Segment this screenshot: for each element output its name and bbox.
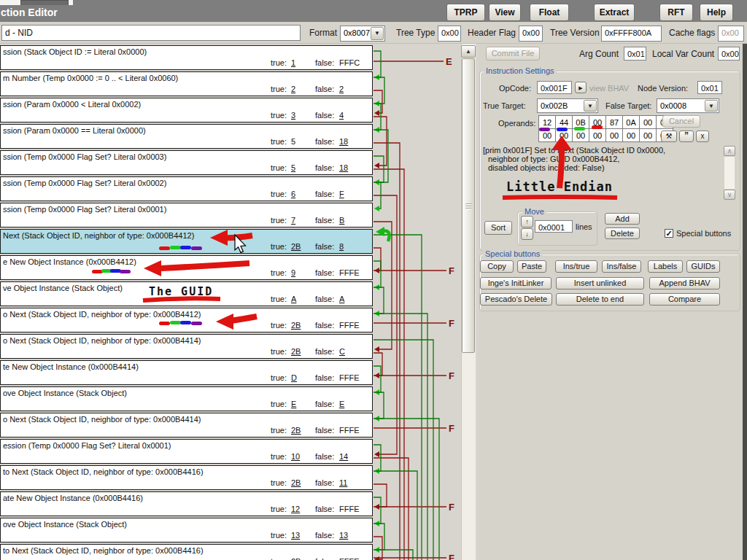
insert-unlinked-button[interactable]: Insert unlinked [556,277,644,289]
false-target-link[interactable]: 2 [339,85,344,93]
true-target-link[interactable]: 12 [291,505,300,513]
true-target-link[interactable]: 9 [291,268,295,277]
desc-scroll-down-icon[interactable]: ∨ [724,190,735,200]
true-target-link[interactable]: 7 [291,216,295,225]
false-target-link[interactable]: C [339,347,345,356]
true-target-link[interactable]: 2B [291,478,301,487]
operand-byte-cell[interactable]: 00 [589,128,606,142]
false-target-select[interactable]: 0x0008 ▼ [657,98,719,113]
false-target-link[interactable]: 18 [339,163,348,172]
true-target-link[interactable]: D [291,373,297,382]
desc-scrollbar-track[interactable] [724,156,735,190]
false-target-link[interactable]: 18 [339,137,348,146]
paste-button[interactable]: Paste [517,260,546,273]
instruction-row[interactable]: o Next (Stack Object ID, neighbor of typ… [0,334,373,359]
false-target-link[interactable]: F [339,190,344,198]
true-target-link[interactable]: 2 [291,85,295,93]
true-target-link[interactable]: 2B [291,347,301,356]
clear-operands-button[interactable]: x [696,131,709,142]
labels-button[interactable]: Labels [648,260,683,273]
arg-count-input[interactable]: 0x01 [624,47,646,61]
operand-byte-cell[interactable]: 0B [572,115,589,129]
operand-byte-cell[interactable]: 87 [605,115,623,129]
node-version-input[interactable]: 0x01 [697,81,722,94]
operand-byte-cell[interactable]: 00 [589,115,606,129]
false-target-link[interactable]: B [339,216,344,225]
true-target-link[interactable]: 2B [291,557,301,560]
move-up-icon[interactable]: ↑ [521,216,533,228]
chevron-down-icon[interactable]: ▼ [584,100,597,112]
true-target-link[interactable]: 13 [291,531,300,540]
desc-scroll-up-icon[interactable]: ∧ [724,146,735,156]
operand-byte-cell[interactable]: 00 [538,128,556,142]
true-target-link[interactable]: 6 [291,190,295,198]
true-target-link[interactable]: E [291,400,296,408]
chevron-down-icon[interactable]: ▼ [371,27,384,40]
instruction-row[interactable]: ssion (Temp 0x0000 Flag Set? Literal 0x0… [0,176,373,201]
format-select[interactable]: 0x8007 ▼ [340,26,385,42]
commit-file-button[interactable]: Commit File [486,47,540,61]
instruction-row[interactable]: ession (Temp 0x0000 Flag Set? Literal 0x… [0,439,373,464]
tree-version-input[interactable]: 0xFFFF800A [601,26,662,42]
ins-false-button[interactable]: Ins/false [602,260,641,273]
instruction-row[interactable]: ssion (Param 0x0000 < Literal 0x0002)tru… [0,98,373,122]
instruction-row[interactable]: o Next (Stack Object ID, neighbor of typ… [0,413,373,438]
guids-button[interactable]: GUIDs [686,260,720,273]
instruction-row[interactable]: e New Object Instance (0x000B4412)true: … [0,255,373,280]
special-buttons-checkbox[interactable]: ✓ [665,229,673,238]
tree-type-input[interactable]: 0x00 [438,26,461,42]
add-button[interactable]: Add [605,213,640,225]
operand-byte-cell[interactable]: 00 [555,128,573,142]
copy-button[interactable]: Copy [480,260,514,273]
quote-icon[interactable]: ” [679,131,694,142]
opcode-go-icon[interactable]: ▶ [575,82,587,93]
chevron-down-icon[interactable]: ▼ [705,100,718,112]
tprp-button[interactable]: TPRP [446,4,485,21]
instruction-row[interactable]: o Next (Stack Object ID, neighbor of typ… [0,308,373,332]
scrollbar-thumb[interactable] [462,58,475,353]
pescado-s-delete-button[interactable]: Pescado's Delete [480,293,552,306]
operand-byte-cell[interactable]: 00 [622,128,640,142]
header-flag-input[interactable]: 0x00 [519,26,543,42]
instruction-row[interactable]: te New Object Instance (0x000B4414)true:… [0,360,373,385]
operand-byte-cell[interactable]: 00 [639,115,657,129]
true-target-link[interactable]: 2B [291,321,301,330]
filename-input[interactable]: d - NID [1,25,301,41]
instruction-row[interactable]: ssion (Stack Object ID := Literal 0x0000… [0,45,373,70]
false-target-link[interactable]: 14 [339,452,348,461]
operand-byte-cell[interactable]: 44 [555,115,573,129]
operand-byte-cell[interactable]: 00 [572,128,589,142]
operand-byte-cell[interactable]: 00 [605,128,623,142]
float-button[interactable]: Float [530,4,569,21]
false-target-link[interactable]: 11 [339,478,347,487]
delete-button[interactable]: Delete [605,228,640,239]
false-target-link[interactable]: 8 [339,242,344,251]
instruction-row[interactable]: ate New Object Instance (0x000B4416)true… [0,491,373,516]
delete-to-end-button[interactable]: Delete to end [556,293,644,306]
instruction-row[interactable]: ove Object Instance (Stack Object)true: … [0,518,373,542]
compare-button[interactable]: Compare [649,293,720,306]
local-var-count-input[interactable]: 0x00 [718,47,740,61]
move-down-icon[interactable]: ↓ [521,228,533,240]
true-target-link[interactable]: 3 [291,111,295,120]
false-target-link[interactable]: E [339,400,344,408]
instruction-row[interactable]: to Next (Stack Object ID, neighbor of ty… [0,544,373,560]
false-target-link[interactable]: A [339,295,344,303]
instruction-row[interactable]: m Number (Temp 0x0000 := 0 .. < Literal … [0,71,373,96]
operand-byte-cell[interactable]: 0A [622,115,640,129]
inge-s-initlinker-button[interactable]: Inge's InitLinker [480,277,551,289]
true-target-select[interactable]: 0x002B ▼ [537,98,598,113]
false-target-link[interactable]: 4 [339,111,344,120]
true-target-link[interactable]: 10 [291,452,300,461]
ins-true-button[interactable]: Ins/true [555,260,597,273]
instruction-row[interactable]: ssion (Param 0x0000 == Literal 0x0000)tr… [0,124,373,149]
extract-button[interactable]: Extract [594,4,635,21]
append-bhav-button[interactable]: Append BHAV [649,277,720,289]
operand-wizard-icon[interactable]: ⚒ [661,131,677,142]
move-lines-input[interactable]: 0x0001 [535,220,573,233]
rft-button[interactable]: RFT [659,4,693,21]
instruction-row[interactable]: to Next (Stack Object ID, neighbor of ty… [0,465,373,490]
scroll-up-icon[interactable]: ▲ [461,45,476,58]
instruction-row[interactable]: ove Object Instance (Stack Object)true: … [0,386,373,411]
view-button[interactable]: View [489,4,521,21]
